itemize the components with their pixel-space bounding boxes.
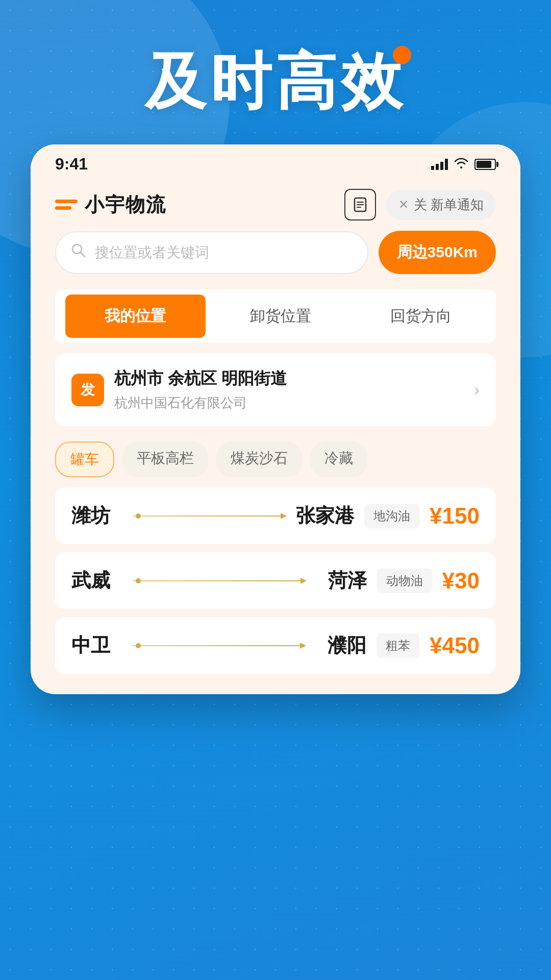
- freight-arrow-2: [122, 580, 316, 581]
- search-input[interactable]: 搜位置或者关键词: [95, 243, 209, 262]
- freight-to-3: 濮阳: [315, 632, 366, 658]
- freight-from-3: 中卫: [71, 632, 122, 658]
- chevron-right-icon: ›: [474, 380, 480, 399]
- freight-arrow-3: [122, 645, 315, 646]
- battery-icon: [474, 159, 496, 170]
- signal-bars-icon: [431, 159, 448, 170]
- fa-badge: 发: [71, 374, 104, 406]
- status-bar: 9:41: [31, 144, 520, 179]
- app-name: 小宇物流: [85, 192, 166, 218]
- freight-tag-2: 动物油: [377, 569, 432, 593]
- note-button[interactable]: [344, 189, 376, 220]
- search-input-wrap[interactable]: 搜位置或者关键词: [55, 231, 368, 274]
- search-icon: [70, 242, 87, 263]
- freight-price-2: ¥30: [442, 568, 480, 594]
- freight-item-2[interactable]: 武威 菏泽 动物油 ¥30: [55, 552, 496, 609]
- close-icon: ✕: [398, 198, 409, 212]
- tab-return-direction[interactable]: 回货方向: [350, 295, 491, 338]
- nearby-button[interactable]: 周边350Km: [379, 231, 496, 274]
- tab-section: 我的位置 卸货位置 回货方向: [55, 289, 496, 343]
- search-section: 搜位置或者关键词 周边350Km: [31, 231, 520, 289]
- tab-unload-location[interactable]: 卸货位置: [211, 295, 351, 338]
- freight-to-1: 张家港: [296, 503, 354, 529]
- freight-list: 潍坊 张家港 地沟油 ¥150 武威 菏泽 动物油 ¥30 中卫 濮阳 粗苯 ¥…: [31, 487, 520, 674]
- location-info: 杭州市 余杭区 明阳街道 杭州中国石化有限公司: [114, 368, 464, 412]
- logo-icon: [55, 200, 78, 210]
- hero-section: 及时高效: [0, 0, 551, 144]
- category-section: 罐车 平板高栏 煤炭沙石 冷藏: [31, 436, 520, 487]
- location-card[interactable]: 发 杭州市 余杭区 明阳街道 杭州中国石化有限公司 ›: [55, 353, 496, 426]
- freight-price-1: ¥150: [430, 503, 480, 529]
- category-tank-car[interactable]: 罐车: [55, 442, 114, 477]
- freight-from-2: 武威: [71, 568, 122, 594]
- freight-price-3: ¥450: [430, 633, 480, 658]
- freight-arrow-1: [122, 516, 296, 517]
- freight-to-2: 菏泽: [316, 568, 367, 594]
- hero-title: 及时高效: [145, 41, 406, 124]
- phone-card: 9:41: [31, 144, 520, 694]
- location-sub-text: 杭州中国石化有限公司: [114, 394, 464, 412]
- notification-button[interactable]: ✕ 关 新单通知: [386, 190, 496, 220]
- status-time: 9:41: [55, 155, 88, 174]
- notification-label: 关 新单通知: [414, 196, 484, 214]
- location-main-text: 杭州市 余杭区 明阳街道: [114, 368, 464, 390]
- app-header: 小宇物流 ✕ 关 新单通知: [31, 179, 520, 231]
- svg-line-5: [81, 253, 85, 257]
- freight-item-3[interactable]: 中卫 濮阳 粗苯 ¥450: [55, 617, 496, 674]
- category-refrigerated[interactable]: 冷藏: [310, 442, 367, 477]
- category-flatbed[interactable]: 平板高栏: [122, 442, 208, 477]
- header-right: ✕ 关 新单通知: [344, 189, 496, 220]
- hero-dot: [393, 46, 411, 64]
- freight-item-1[interactable]: 潍坊 张家港 地沟油 ¥150: [55, 487, 496, 544]
- status-icons: [431, 157, 496, 172]
- freight-tag-3: 粗苯: [377, 633, 419, 658]
- freight-tag-1: 地沟油: [364, 504, 419, 528]
- freight-from-1: 潍坊: [71, 503, 122, 529]
- app-logo: 小宇物流: [55, 192, 166, 218]
- category-coal-sand[interactable]: 煤炭沙石: [216, 442, 302, 477]
- wifi-icon: [454, 157, 468, 172]
- tab-my-location[interactable]: 我的位置: [65, 295, 206, 338]
